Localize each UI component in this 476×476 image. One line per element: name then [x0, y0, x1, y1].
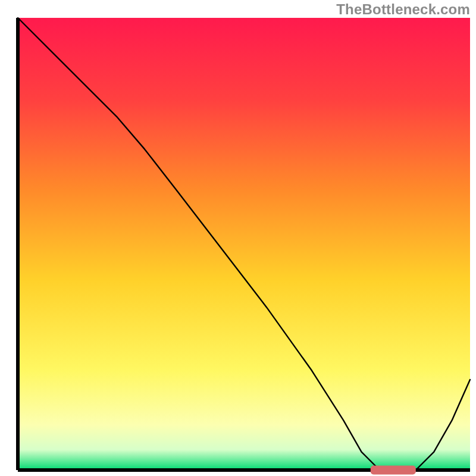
bottleneck-chart [0, 0, 476, 476]
chart-stage: TheBottleneck.com [0, 0, 476, 476]
optimal-zone-marker [371, 465, 416, 474]
